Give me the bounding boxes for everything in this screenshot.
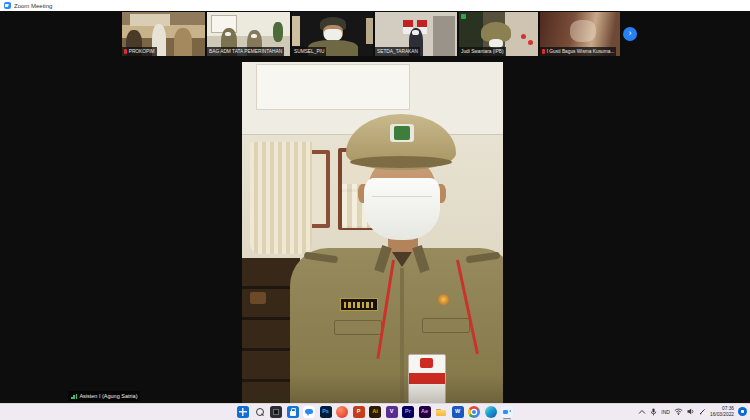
taskbar-office-icon[interactable] — [336, 406, 348, 418]
uniform-name-tag — [340, 298, 378, 311]
taskbar-powerpoint-icon[interactable]: P — [353, 406, 365, 418]
participant-figure — [174, 28, 192, 56]
participant-name-label: Judi Swantara (IPB) — [459, 47, 506, 56]
muted-mic-icon — [542, 49, 545, 54]
cap-brim — [350, 156, 452, 168]
taskbar-app-icons: PsPAiVPrAeW — [237, 406, 513, 418]
speaker-name-label: Asisten I (Agung Satria) — [68, 391, 140, 401]
zoom-app-icon — [4, 2, 11, 9]
taskbar-zoom-icon[interactable] — [501, 406, 513, 418]
taskbar-search-icon[interactable] — [254, 406, 266, 418]
date-text: 16/03/2022 — [710, 412, 734, 417]
connection-signal-icon — [71, 393, 77, 399]
cap-emblem — [390, 124, 414, 142]
participant-name-label: SUMSEL_PIU — [292, 47, 326, 56]
scene-window — [130, 14, 170, 26]
meeting-video-area: PROKOPIM BAG ADM TATA PEMERINTAHAN SUMSE… — [0, 11, 750, 403]
window-title-bar: Zoom Meeting — [0, 0, 750, 11]
taskbar-chat-icon[interactable] — [303, 406, 315, 418]
taskbar-clock[interactable]: 07:36 16/03/2022 — [710, 406, 734, 417]
shirt-pocket — [422, 318, 470, 333]
gallery-next-page-button[interactable]: › — [623, 27, 637, 41]
participant-tile[interactable]: SUMSEL_PIU — [292, 12, 373, 56]
scene-window — [366, 18, 373, 44]
participant-name-label: PROKOPIM — [122, 47, 157, 56]
pen-icon[interactable] — [699, 408, 706, 415]
participant-name-label: BAG ADM TATA PEMERINTAHAN — [207, 47, 284, 56]
participant-name-label: SETDA_TARAKAN — [375, 47, 420, 56]
taskbar-visual-studio-icon[interactable]: V — [386, 406, 398, 418]
speaker-icon[interactable] — [687, 408, 695, 415]
scene-flowers — [521, 34, 526, 39]
taskbar-after-effects-icon[interactable]: Ae — [419, 406, 431, 418]
scene-vignette — [242, 375, 503, 403]
face-mask — [412, 30, 419, 35]
main-speaker-video — [242, 62, 503, 403]
face-mask — [251, 34, 257, 38]
scene-window — [292, 16, 300, 46]
microphone-icon[interactable] — [650, 408, 657, 416]
taskbar-system-tray: IND 07:36 16/03/2022 — [638, 403, 747, 420]
face-mask — [225, 32, 231, 36]
chevron-up-icon[interactable] — [638, 409, 646, 415]
taskbar-premiere-icon[interactable]: Pr — [402, 406, 414, 418]
taskbar-start-icon[interactable] — [237, 406, 249, 418]
muted-mic-icon — [124, 49, 127, 54]
language-indicator[interactable]: IND — [661, 409, 670, 415]
uniform-pin-badge — [438, 294, 449, 305]
zoom-meeting-screen: Zoom Meeting PROKOPIM BAG ADM TATA PEMER… — [0, 0, 750, 420]
taskbar-illustrator-icon[interactable]: Ai — [369, 406, 381, 418]
taskbar-chrome-icon[interactable] — [468, 406, 480, 418]
scene-plant — [273, 22, 283, 42]
face-mask — [364, 178, 440, 240]
wifi-icon[interactable] — [674, 408, 683, 415]
participant-tile[interactable]: SETDA_TARAKAN — [375, 12, 457, 56]
participant-tile[interactable]: I Gusti Bagus Wisma Kusuma... — [540, 12, 620, 56]
taskbar-edge-icon[interactable] — [485, 406, 497, 418]
taskbar-photoshop-icon[interactable]: Ps — [320, 406, 332, 418]
status-indicator-icon — [461, 14, 466, 19]
scene-flowers — [528, 40, 533, 45]
taskbar-file-explorer-icon[interactable] — [435, 406, 447, 418]
scene-blur-highlight — [570, 20, 596, 42]
window-title: Zoom Meeting — [14, 3, 52, 9]
participant-name-label: I Gusti Bagus Wisma Kusuma... — [540, 47, 616, 56]
notification-badge[interactable] — [738, 407, 747, 416]
participant-tile[interactable]: PROKOPIM — [122, 12, 205, 56]
scene-cabinet-item — [250, 292, 266, 304]
participant-tile[interactable]: BAG ADM TATA PEMERINTAHAN — [207, 12, 290, 56]
taskbar-task-view-icon[interactable] — [270, 406, 282, 418]
shirt-pocket — [334, 320, 382, 335]
scene-curtain — [250, 142, 312, 254]
scene-doorway — [433, 16, 455, 56]
taskbar-store-icon[interactable] — [287, 406, 299, 418]
scene-ceiling-panel — [256, 64, 410, 110]
taskbar-word-icon[interactable]: W — [452, 406, 464, 418]
participant-tile[interactable]: Judi Swantara (IPB) — [459, 12, 538, 56]
